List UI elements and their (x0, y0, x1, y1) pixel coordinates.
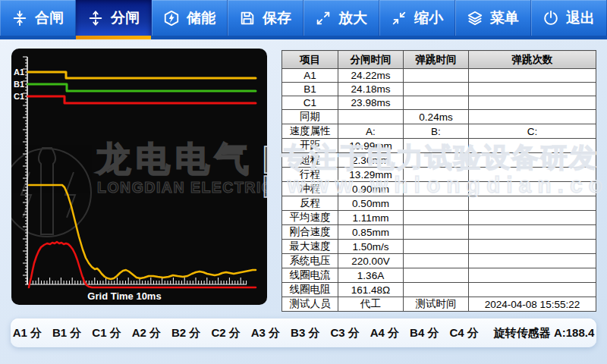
table-row[interactable]: C123.98ms (282, 96, 596, 110)
trace-label: A1 (14, 67, 24, 77)
table-cell (404, 211, 469, 225)
table-cell: 24.22ms (338, 69, 404, 83)
table-row[interactable]: 反程0.50mm (282, 196, 596, 211)
close-switch-icon (11, 10, 28, 27)
save-icon (239, 10, 256, 27)
app-screen: 合闸 分闸 储能 保存 放大 缩小 菜单 (0, 0, 607, 364)
channel-status-c2: C2 分 (211, 326, 240, 340)
table-cell: 代工 (338, 297, 404, 312)
table-row[interactable]: B124.18ms (282, 83, 596, 96)
channel-status-bar: A1 分 B1 分 C1 分 A2 分 B2 分 C2 分 A3 分 B3 分 … (11, 318, 596, 347)
table-row[interactable]: 开距10.99mm (282, 139, 596, 153)
table-cell: 开距 (282, 139, 338, 153)
table-cell (469, 168, 596, 182)
energy-storage-icon (163, 10, 180, 27)
channel-status-b3: B3 分 (291, 326, 319, 340)
channel-status-c1: C1 分 (92, 326, 121, 340)
table-row[interactable]: 线圈电流1.36A (282, 268, 596, 283)
table-row[interactable]: 冲程0.90mm (282, 182, 596, 196)
zoom-out-button[interactable]: 缩小 (379, 0, 455, 39)
table-cell (404, 254, 469, 268)
waveform-svg: A1B1C1 (11, 49, 267, 305)
table-cell (469, 254, 596, 268)
channel-status-c4: C4 分 (449, 326, 478, 340)
table-cell (404, 225, 469, 240)
channel-status-b2: B2 分 (171, 326, 200, 340)
grid-time-caption: Grid Time 10ms (33, 290, 215, 302)
table-cell (469, 240, 596, 254)
table-cell: 0.50mm (338, 196, 404, 211)
table-row[interactable]: 测试人员代工测试时间2024-04-08 15:55:22 (282, 297, 596, 312)
header-open-time: 分闸时间 (338, 51, 404, 69)
table-cell (404, 83, 469, 96)
zoom-in-icon (315, 10, 332, 27)
table-cell: 测试时间 (404, 297, 469, 312)
table-row[interactable]: 超程2.30mm (282, 153, 596, 168)
open-switch-label: 分闸 (111, 8, 140, 28)
table-row[interactable]: 线圈电阻161.48Ω (282, 283, 596, 297)
table-cell (469, 283, 596, 297)
channel-status-b1: B1 分 (52, 326, 81, 340)
menu-button[interactable]: 菜单 (455, 0, 531, 39)
energy-storage-button[interactable]: 储能 (152, 0, 228, 39)
table-cell: 23.98ms (338, 96, 404, 110)
table-row[interactable]: A124.22ms (282, 69, 596, 83)
exit-button[interactable]: 退出 (531, 0, 607, 39)
table-row[interactable]: 行程13.29mm (282, 168, 596, 182)
table-row[interactable]: 速度属性A:B:C: (282, 124, 596, 139)
exit-label: 退出 (566, 8, 595, 28)
table-cell (469, 268, 596, 283)
table-cell: 线圈电阻 (282, 283, 338, 297)
table-cell (469, 182, 596, 196)
table-cell: A1 (282, 69, 338, 83)
table-cell: A: (338, 124, 404, 139)
menu-icon (467, 10, 483, 27)
channel-status-a1: A1 分 (13, 326, 42, 340)
table-cell: 同期 (282, 110, 338, 124)
table-cell: 1.50m/s (338, 240, 404, 254)
zoom-in-label: 放大 (338, 8, 367, 28)
table-cell: B: (404, 124, 469, 139)
table-cell (404, 96, 469, 110)
table-cell: 2.30mm (338, 153, 404, 168)
active-tab-indicator (76, 36, 151, 39)
open-switch-button[interactable]: 分闸 (76, 0, 152, 39)
table-cell (469, 211, 596, 225)
zoom-in-button[interactable]: 放大 (304, 0, 379, 39)
energy-storage-label: 储能 (187, 8, 215, 28)
rotary-sensor-reading: 旋转传感器 A:188.4 (494, 326, 595, 340)
table-row[interactable]: 平均速度1.11mm (282, 211, 596, 225)
header-bounce-time: 弹跳时间 (404, 51, 469, 69)
table-cell: 平均速度 (282, 211, 338, 225)
table-cell: C: (469, 124, 596, 139)
table-cell: 10.99mm (338, 139, 404, 153)
table-cell: 反程 (282, 196, 338, 211)
table-cell: 0.85mm (338, 225, 404, 240)
table-cell (404, 182, 469, 196)
trace-label: B1 (14, 80, 24, 89)
channel-status-c3: C3 分 (330, 326, 359, 340)
table-row[interactable]: 最大速度1.50m/s (282, 240, 596, 254)
table-header-row: 项目 分闸时间 弹跳时间 弹跳次数 (282, 51, 596, 69)
table-cell (404, 168, 469, 182)
table-row[interactable]: 同期0.24ms (282, 110, 596, 124)
save-button[interactable]: 保存 (228, 0, 304, 39)
table-cell (469, 110, 596, 124)
table-cell (469, 196, 596, 211)
table-cell (469, 139, 596, 153)
table-cell: 1.11mm (338, 211, 404, 225)
table-cell (469, 153, 596, 168)
table-cell: 行程 (282, 168, 338, 182)
exit-icon (543, 10, 559, 27)
table-cell: C1 (282, 96, 338, 110)
waveform-chart-panel[interactable]: 龙电电气 LONGDIAN ELECTRIC A1B1C1 Grid Time … (11, 49, 267, 305)
table-cell: 冲程 (282, 182, 338, 196)
close-switch-button[interactable]: 合闸 (0, 0, 76, 39)
table-row[interactable]: 刚合速度0.85mm (282, 225, 596, 240)
table-cell: 2024-04-08 15:55:22 (469, 297, 596, 312)
results-table: 项目 分闸时间 弹跳时间 弹跳次数 A124.22msB124.18msC123… (281, 50, 596, 312)
table-cell: 161.48Ω (338, 283, 404, 297)
table-row[interactable]: 系统电压220.00V (282, 254, 596, 268)
table-cell (469, 96, 596, 110)
table-cell (404, 196, 469, 211)
